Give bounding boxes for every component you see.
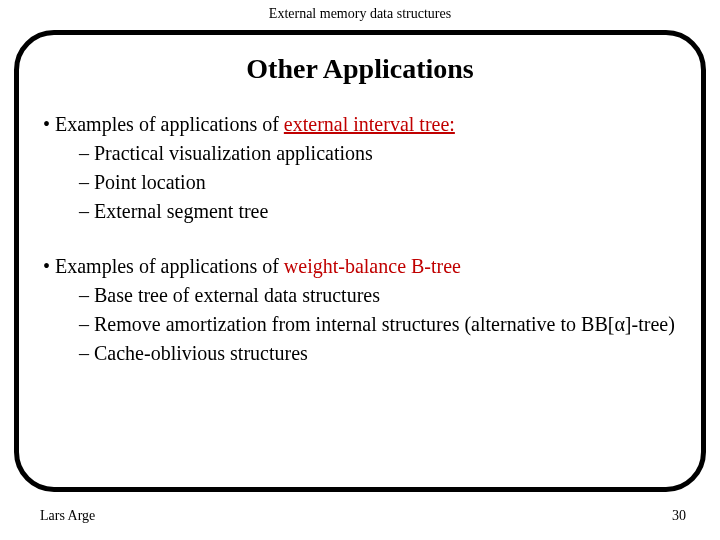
- bullet-2-sub-3: Cache-oblivious structures: [79, 340, 677, 367]
- bullet-1-sub-2: Point location: [79, 169, 677, 196]
- bullet-2-sub-1: Base tree of external data structures: [79, 282, 677, 309]
- bullet-2: Examples of applications of weight-balan…: [43, 253, 677, 280]
- bullet-2-text: Examples of applications of: [55, 255, 284, 277]
- slide-frame: Other Applications Examples of applicati…: [14, 30, 706, 492]
- slide-title: Other Applications: [43, 53, 677, 85]
- bullet-1-text: Examples of applications of: [55, 113, 284, 135]
- footer-page-number: 30: [672, 508, 686, 524]
- bullet-1-sub-1: Practical visualization applications: [79, 140, 677, 167]
- bullet-2-link: weight-balance B-tree: [284, 255, 461, 277]
- bullet-1: Examples of applications of external int…: [43, 111, 677, 138]
- slide-content: Examples of applications of external int…: [43, 111, 677, 367]
- footer-author: Lars Arge: [40, 508, 95, 524]
- bullet-2-sub-2: Remove amortization from internal struct…: [79, 311, 677, 338]
- bullet-1-sub-3: External segment tree: [79, 198, 677, 225]
- bullet-1-link: external interval tree:: [284, 113, 455, 135]
- slide-header: External memory data structures: [0, 0, 720, 26]
